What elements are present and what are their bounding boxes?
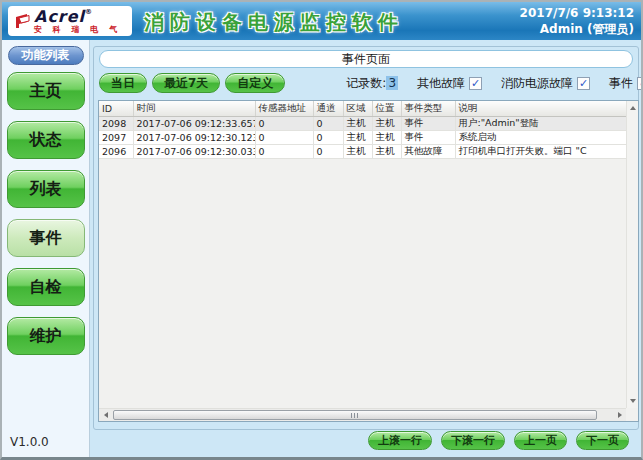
cell-area: 主机 <box>343 145 372 159</box>
sidebar-item-selfcheck[interactable]: 自检 <box>7 268 85 306</box>
cell-channel: 0 <box>313 145 343 159</box>
registered-mark: ® <box>85 8 93 16</box>
cell-area: 主机 <box>343 117 372 131</box>
filter-other-fault: 其他故障 <box>417 75 482 92</box>
col-area: 区域 <box>343 101 372 117</box>
filter-power-fault-label: 消防电源故障 <box>501 75 573 92</box>
events-table: ID 时间 传感器地址 通道 区域 位置 事件类型 说明 2098 2017-0… <box>99 101 629 159</box>
acrel-logo-icon <box>13 13 31 30</box>
cell-time: 2017-07-06 09:12:30.033 <box>133 145 255 159</box>
range-today-button[interactable]: 当日 <box>99 73 147 93</box>
events-table-container: ID 时间 传感器地址 通道 区域 位置 事件类型 说明 2098 2017-0… <box>98 100 639 422</box>
cell-sensor-address: 0 <box>255 117 313 131</box>
header-status: 2017/7/6 9:13:12 Admin (管理员) <box>520 5 634 37</box>
pagination-bar: 上滚一行 下滚一行 上一页 下一页 <box>359 431 629 450</box>
col-time: 时间 <box>133 101 255 117</box>
scroll-up-row-button[interactable]: 上滚一行 <box>368 431 432 450</box>
record-count-value: 3 <box>386 76 398 90</box>
cell-description: 系统启动 <box>455 131 628 145</box>
brand-name: Acrel® <box>34 9 121 25</box>
cell-event-type: 事件 <box>401 131 455 145</box>
cell-event-type: 其他故障 <box>401 145 455 159</box>
cell-description: 打印机串口打开失败。端口 "C <box>455 145 628 159</box>
col-event-type: 事件类型 <box>401 101 455 117</box>
sidebar: 功能列表 主页 状态 列表 事件 自检 维护 V1.0.0 <box>2 40 90 457</box>
filter-event-label: 事件 <box>609 75 633 92</box>
range-last7days-button[interactable]: 最近7天 <box>152 73 220 93</box>
table-header-row: ID 时间 传感器地址 通道 区域 位置 事件类型 说明 <box>99 101 628 117</box>
title-bar: Acrel® 安 科 瑞 电 气 消防设备电源监控软件 2017/7/6 9:1… <box>2 2 641 40</box>
table-row[interactable]: 2097 2017-07-06 09:12:30.123 0 0 主机 主机 事… <box>99 131 628 145</box>
sidebar-item-events[interactable]: 事件 <box>7 219 85 257</box>
cell-channel: 0 <box>313 131 343 145</box>
cell-channel: 0 <box>313 117 343 131</box>
sidebar-item-list[interactable]: 列表 <box>7 170 85 208</box>
logo-text: Acrel® 安 科 瑞 电 气 <box>34 9 121 34</box>
sidebar-item-status[interactable]: 状态 <box>7 121 85 159</box>
cell-sensor-address: 0 <box>255 145 313 159</box>
app-title: 消防设备电源监控软件 <box>144 9 404 36</box>
cell-time: 2017-07-06 09:12:33.657 <box>133 117 255 131</box>
cell-time: 2017-07-06 09:12:30.123 <box>133 131 255 145</box>
table-row[interactable]: 2096 2017-07-06 09:12:30.033 0 0 主机 主机 其… <box>99 145 628 159</box>
range-custom-button[interactable]: 自定义 <box>225 73 285 93</box>
filter-other-fault-checkbox[interactable] <box>469 77 482 90</box>
cell-location: 主机 <box>372 131 401 145</box>
col-channel: 通道 <box>313 101 343 117</box>
scroll-up-arrow-icon[interactable] <box>627 102 639 114</box>
logged-in-user: Admin (管理员) <box>520 21 634 37</box>
horizontal-scroll-thumb[interactable] <box>113 410 597 420</box>
table-row[interactable]: 2098 2017-07-06 09:12:33.657 0 0 主机 主机 事… <box>99 117 628 131</box>
horizontal-scrollbar[interactable] <box>99 408 626 421</box>
col-sensor-address: 传感器地址 <box>255 101 313 117</box>
app-window: Acrel® 安 科 瑞 电 气 消防设备电源监控软件 2017/7/6 9:1… <box>0 0 643 460</box>
cell-location: 主机 <box>372 145 401 159</box>
col-id: ID <box>99 101 133 117</box>
record-count-label: 记录数: <box>346 75 386 92</box>
cell-location: 主机 <box>372 117 401 131</box>
sidebar-item-maintenance[interactable]: 维护 <box>7 317 85 355</box>
filter-event-checkbox[interactable] <box>637 77 643 90</box>
sidebar-item-home[interactable]: 主页 <box>7 72 85 110</box>
page-title: 事件页面 <box>99 50 633 68</box>
previous-page-button[interactable]: 上一页 <box>514 431 567 450</box>
cell-id: 2096 <box>99 145 133 159</box>
sidebar-header: 功能列表 <box>8 46 84 65</box>
datetime-text: 2017/7/6 9:13:12 <box>520 5 634 21</box>
scroll-left-arrow-icon[interactable] <box>99 409 112 421</box>
cell-id: 2097 <box>99 131 133 145</box>
next-page-button[interactable]: 下一页 <box>576 431 629 450</box>
cell-description: 用户:"Admin"登陆 <box>455 117 628 131</box>
scroll-down-arrow-icon[interactable] <box>627 395 639 407</box>
brand-subtitle: 安 科 瑞 电 气 <box>34 26 121 34</box>
filter-other-fault-label: 其他故障 <box>417 75 465 92</box>
acrel-logo: Acrel® 安 科 瑞 电 气 <box>8 6 132 36</box>
scroll-right-arrow-icon[interactable] <box>613 409 626 421</box>
col-location: 位置 <box>372 101 401 117</box>
vertical-scrollbar[interactable] <box>626 101 638 408</box>
events-toolbar: 当日 最近7天 自定义 记录数: 3 其他故障 消防电源故障 事件 <box>99 73 629 93</box>
cell-sensor-address: 0 <box>255 131 313 145</box>
filter-event: 事件 <box>609 75 643 92</box>
filter-power-fault: 消防电源故障 <box>501 75 590 92</box>
filter-power-fault-checkbox[interactable] <box>577 77 590 90</box>
cell-area: 主机 <box>343 131 372 145</box>
scroll-down-row-button[interactable]: 下滚一行 <box>441 431 505 450</box>
version-label: V1.0.0 <box>10 435 49 449</box>
cell-event-type: 事件 <box>401 117 455 131</box>
cell-id: 2098 <box>99 117 133 131</box>
col-description: 说明 <box>455 101 628 117</box>
